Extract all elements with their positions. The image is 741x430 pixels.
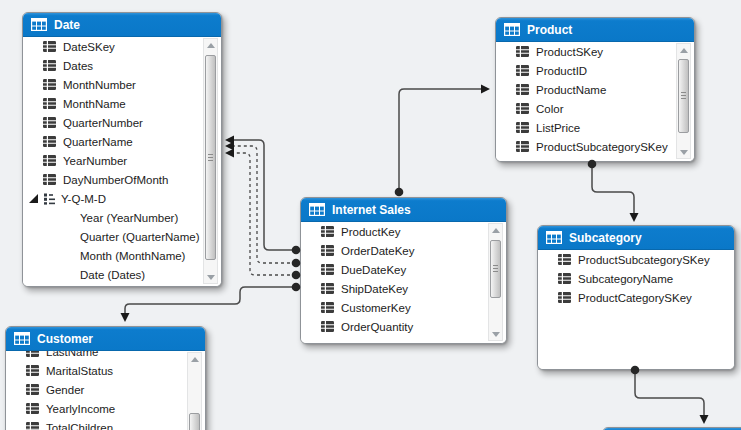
scroll-up-button[interactable]: [489, 224, 502, 236]
column-row[interactable]: Gender: [6, 380, 205, 399]
scroll-up-button[interactable]: [204, 39, 217, 51]
scrollbar-thumb[interactable]: [189, 413, 200, 430]
column-row[interactable]: YearNumber: [23, 151, 221, 170]
column-row[interactable]: MonthNumber: [23, 75, 221, 94]
table-header[interactable]: Product: [496, 18, 694, 42]
column-row[interactable]: ProductSubcategorySKey: [538, 250, 734, 269]
entity-table-date[interactable]: DateDateSKeyDatesMonthNumberMonthNameQua…: [22, 12, 222, 287]
row-label: CustomerKey: [341, 302, 411, 314]
row-label: ListPrice: [536, 122, 580, 134]
column-row[interactable]: ProductID: [496, 61, 694, 80]
column-row[interactable]: ProductCategorySKey: [538, 288, 734, 307]
scroll-down-button[interactable]: [489, 328, 502, 340]
column-row[interactable]: QuarterNumber: [23, 113, 221, 132]
relationship-endpoint-dot: [292, 246, 301, 255]
column-icon: [558, 292, 571, 303]
vertical-scrollbar[interactable]: [676, 43, 691, 159]
scroll-down-button[interactable]: [204, 271, 217, 283]
column-row[interactable]: DueDateKey: [301, 260, 506, 279]
column-row[interactable]: TotalChildren: [6, 418, 205, 430]
entity-table-internet-sales[interactable]: Internet SalesProductKeyOrderDateKeyDueD…: [300, 197, 507, 344]
vertical-scrollbar[interactable]: [488, 223, 503, 341]
hierarchy-row[interactable]: Y-Q-M-D: [23, 189, 221, 208]
relationship-arrowhead: [700, 415, 709, 424]
column-row[interactable]: MonthName: [23, 94, 221, 113]
column-row[interactable]: YearlyIncome: [6, 399, 205, 418]
row-label: Color: [536, 103, 563, 115]
relationship-line[interactable]: [125, 287, 296, 313]
entity-table-customer[interactable]: CustomerLastNameMaritalStatusGenderYearl…: [5, 326, 206, 430]
row-label: Year (YearNumber): [80, 212, 178, 224]
scroll-up-button[interactable]: [188, 353, 201, 365]
column-row[interactable]: QuarterName: [23, 132, 221, 151]
column-row[interactable]: ProductKey: [301, 222, 506, 241]
relationship-endpoint-dot: [292, 283, 301, 292]
hierarchy-child-row[interactable]: Month (MonthName): [23, 246, 221, 265]
row-label: MaritalStatus: [46, 365, 113, 377]
relationship-line[interactable]: [635, 370, 704, 415]
relationship-arrowhead: [630, 213, 639, 222]
column-row[interactable]: Dates: [23, 56, 221, 75]
hierarchy-child-row[interactable]: Quarter (QuarterName): [23, 227, 221, 246]
column-row[interactable]: OrderQuantity: [301, 317, 506, 336]
relationship-arrowhead: [121, 313, 130, 322]
column-row[interactable]: DateSKey: [23, 37, 221, 56]
hierarchy-child-row[interactable]: Year (YearNumber): [23, 208, 221, 227]
column-row[interactable]: CustomerKey: [301, 298, 506, 317]
column-row[interactable]: SubcategoryName: [538, 269, 734, 288]
column-icon: [43, 98, 56, 109]
column-row[interactable]: LastName: [6, 351, 205, 361]
column-icon: [43, 41, 56, 52]
scrollbar-thumb[interactable]: [490, 240, 501, 298]
column-row[interactable]: ProductSKey: [496, 42, 694, 61]
column-row[interactable]: OrderDateKey: [301, 241, 506, 260]
column-icon: [26, 403, 39, 414]
column-row[interactable]: ListPrice: [496, 118, 694, 137]
table-body: ProductSubcategorySKeySubcategoryNamePro…: [538, 250, 734, 369]
row-label: ShipDateKey: [341, 283, 408, 295]
column-row[interactable]: ProductSubcategorySKey: [496, 137, 694, 156]
column-icon: [43, 79, 56, 90]
table-header[interactable]: Customer: [6, 327, 205, 351]
scrollbar-thumb[interactable]: [205, 55, 216, 260]
table-body: DateSKeyDatesMonthNumberMonthNameQuarter…: [23, 37, 221, 286]
column-icon: [321, 302, 334, 313]
scrollbar-thumb[interactable]: [678, 59, 689, 133]
table-header[interactable]: Internet Sales: [301, 198, 506, 222]
relationship-line[interactable]: [234, 146, 296, 263]
table-grid-icon: [546, 231, 562, 244]
table-body: ProductSKeyProductIDProductNameColorList…: [496, 42, 694, 161]
scroll-up-button[interactable]: [677, 44, 690, 56]
column-row[interactable]: DayNumberOfMonth: [23, 170, 221, 189]
relationship-line[interactable]: [592, 164, 634, 213]
column-icon: [516, 141, 529, 152]
column-row[interactable]: ShipDateKey: [301, 279, 506, 298]
relationship-line[interactable]: [234, 153, 296, 275]
row-label: DueDateKey: [341, 264, 406, 276]
row-label: ProductSKey: [536, 46, 603, 58]
table-title: Customer: [37, 332, 93, 346]
table-header[interactable]: Subcategory: [538, 226, 734, 250]
column-row[interactable]: ProductName: [496, 80, 694, 99]
relationship-endpoint-dot: [292, 271, 301, 280]
vertical-scrollbar[interactable]: [203, 38, 218, 284]
row-label: Dates: [63, 60, 93, 72]
relationship-arrowhead: [225, 142, 234, 151]
relationship-line[interactable]: [234, 140, 296, 250]
table-header[interactable]: Date: [23, 13, 221, 37]
table-title: Product: [527, 23, 572, 37]
entity-table-product[interactable]: ProductProductSKeyProductIDProductNameCo…: [495, 17, 695, 162]
row-label: YearlyIncome: [46, 403, 115, 415]
entity-table-subcategory[interactable]: SubcategoryProductSubcategorySKeySubcate…: [537, 225, 735, 370]
scroll-down-button[interactable]: [677, 146, 690, 158]
column-row[interactable]: MaritalStatus: [6, 361, 205, 380]
table-grid-icon: [309, 203, 325, 216]
vertical-scrollbar[interactable]: [187, 352, 202, 430]
expander-expanded-icon[interactable]: [29, 194, 38, 203]
column-row[interactable]: Color: [496, 99, 694, 118]
relationship-line[interactable]: [399, 89, 481, 192]
row-label: OrderQuantity: [341, 321, 413, 333]
relationship-arrowhead: [225, 136, 234, 145]
hierarchy-child-row[interactable]: Date (Dates): [23, 265, 221, 284]
table-title: Internet Sales: [332, 203, 411, 217]
